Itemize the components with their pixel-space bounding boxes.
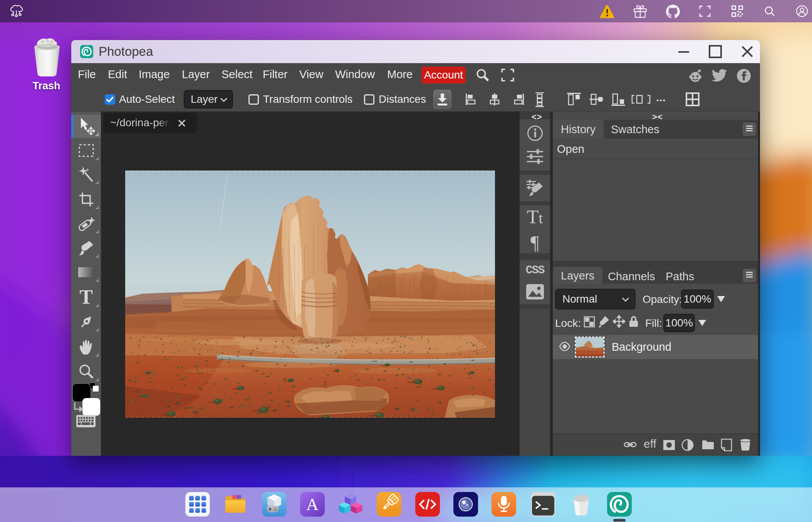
svg-text:A: A — [306, 495, 319, 514]
